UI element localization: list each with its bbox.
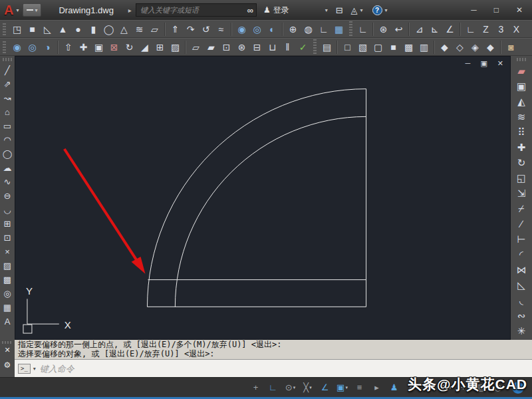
rectangle-icon[interactable]: ▭: [1, 119, 15, 133]
gradient-icon[interactable]: ▩: [1, 273, 15, 287]
command-input[interactable]: [39, 363, 529, 374]
table-icon[interactable]: ▦: [1, 301, 15, 315]
polyline-icon[interactable]: ↝: [1, 91, 15, 105]
line-icon[interactable]: ╱: [1, 63, 15, 77]
explode-icon[interactable]: ✳: [513, 323, 530, 338]
vs-2d-wireframe-icon[interactable]: □: [340, 39, 355, 55]
break-at-point-icon[interactable]: ⊢: [513, 231, 530, 247]
box-icon[interactable]: ■: [25, 21, 40, 37]
annotation-visibility-icon[interactable]: ♟: [386, 380, 402, 395]
minimize-button[interactable]: ─: [471, 5, 477, 15]
move-faces-icon[interactable]: ✚: [76, 39, 91, 55]
erase-icon[interactable]: ▰: [513, 63, 530, 78]
taper-faces-icon[interactable]: ◢: [137, 39, 152, 55]
ucs-icon[interactable]: ∟: [355, 21, 370, 37]
intersect-icon[interactable]: ◐: [265, 21, 280, 37]
polygon-icon[interactable]: ⌂: [1, 105, 15, 119]
cone-icon[interactable]: ▲: [55, 21, 70, 37]
logo-caret-icon[interactable]: ▾: [16, 7, 19, 13]
separate-icon[interactable]: ⊟: [249, 39, 265, 55]
command-customize-wrench-icon[interactable]: ⚙: [4, 360, 11, 370]
ucs-z-axis-icon[interactable]: Z: [478, 21, 493, 37]
revolve-icon[interactable]: ↺: [198, 21, 213, 37]
copy-icon[interactable]: ▣: [513, 78, 530, 94]
copy-edges-icon[interactable]: ▱: [188, 39, 203, 55]
qat-customize-button[interactable]: ▾: [23, 3, 41, 17]
interfere-intersect-icon[interactable]: ◑: [40, 39, 55, 55]
cylinder-icon[interactable]: ▮: [86, 21, 101, 37]
extend-icon[interactable]: ∕: [513, 216, 530, 231]
multiline-text-icon[interactable]: A: [1, 315, 15, 329]
ucs-previous-icon[interactable]: ↩: [391, 21, 406, 37]
union-icon[interactable]: ◉: [234, 21, 249, 37]
isometric-drafting-icon[interactable]: ╳▾: [299, 380, 316, 395]
ucs-face-icon[interactable]: ⊿: [412, 21, 427, 37]
vs-realistic-icon[interactable]: ■: [386, 39, 401, 55]
torus-icon[interactable]: ◯: [101, 21, 116, 37]
ortho-mode-icon[interactable]: ∟: [265, 380, 281, 395]
command-prompt-icon[interactable]: >_: [18, 364, 31, 374]
maximize-button[interactable]: □: [494, 5, 499, 15]
interfere-union-icon[interactable]: ◉: [9, 39, 25, 55]
color-faces-icon[interactable]: ▨: [168, 39, 183, 55]
delete-faces-icon[interactable]: ⊠: [106, 39, 122, 55]
trim-icon[interactable]: ⌿: [513, 201, 530, 216]
circle-icon[interactable]: ◯: [1, 147, 15, 161]
region-icon[interactable]: ◎: [1, 287, 15, 301]
ucs-world-icon[interactable]: ⊛: [376, 21, 391, 37]
imprint-icon[interactable]: ⊡: [219, 39, 234, 55]
command-close-icon[interactable]: ✕: [4, 346, 10, 354]
polar-tracking-icon[interactable]: ⊙▾: [282, 380, 299, 395]
material-mapping-icon[interactable]: ◈: [467, 39, 483, 55]
free-orbit-icon[interactable]: ◍: [301, 21, 316, 37]
insert-block-icon[interactable]: ⊞: [1, 217, 15, 231]
render-icon[interactable]: ◙: [503, 39, 519, 55]
viewports-icon[interactable]: ▦: [331, 21, 346, 37]
copy-faces-icon[interactable]: ⊞: [152, 39, 168, 55]
interfere-subtract-icon[interactable]: ◎: [25, 39, 40, 55]
arc-icon[interactable]: ◠: [1, 133, 15, 147]
offset-faces-icon[interactable]: ▣: [91, 39, 106, 55]
snap-mode-icon[interactable]: +: [247, 380, 264, 395]
helix-icon[interactable]: ≋: [132, 21, 147, 37]
object-snap-tracking-icon[interactable]: ∠: [317, 380, 333, 395]
search-input[interactable]: [139, 5, 247, 15]
rotate-icon[interactable]: ↻: [513, 155, 530, 170]
search-binoculars-icon[interactable]: ∞: [247, 5, 253, 15]
ellipse-arc-icon[interactable]: ◡: [1, 203, 15, 217]
wedge-icon[interactable]: ◺: [40, 21, 55, 37]
autocad-logo-icon[interactable]: A: [4, 3, 13, 17]
array-icon[interactable]: ⠿: [513, 124, 530, 140]
ucs-3point-icon[interactable]: 3: [493, 21, 509, 37]
inner-arc[interactable]: [175, 116, 366, 307]
scale-icon[interactable]: ◱: [513, 170, 530, 186]
spline-icon[interactable]: ∿: [1, 175, 15, 189]
material-attach-icon[interactable]: ◆: [483, 39, 498, 55]
polysolid-icon[interactable]: ◳: [9, 21, 25, 37]
vs-hidden-icon[interactable]: ▢: [370, 39, 386, 55]
ucs-view-icon[interactable]: ∠: [442, 21, 458, 37]
construction-line-icon[interactable]: ⇗: [1, 77, 15, 91]
constrained-orbit-icon[interactable]: ⊕: [285, 21, 301, 37]
presspull-icon[interactable]: ⇑: [168, 21, 183, 37]
vs-conceptual-icon[interactable]: ▩: [401, 39, 416, 55]
render-presets-icon[interactable]: ▤: [319, 39, 334, 55]
drawing-minimize-button[interactable]: ─: [466, 60, 471, 67]
vs-shaded-icon[interactable]: ▥: [416, 39, 432, 55]
color-edges-icon[interactable]: ▰: [203, 39, 219, 55]
rotate-faces-icon[interactable]: ↻: [122, 39, 137, 55]
command-prompt-caret-icon[interactable]: ▾: [33, 366, 36, 372]
materials-icon[interactable]: ◆: [437, 39, 452, 55]
move-icon[interactable]: ✚: [513, 140, 530, 155]
ucs-icon-display-icon[interactable]: ∟: [316, 21, 331, 37]
help-icon[interactable]: ?: [372, 5, 382, 15]
close-button[interactable]: ✕: [516, 5, 523, 15]
revision-cloud-icon[interactable]: ☁: [1, 161, 15, 175]
lineweight-icon[interactable]: ≡: [351, 380, 368, 395]
chamfer-icon[interactable]: ◺: [513, 277, 530, 293]
materials-browser-icon[interactable]: ◇: [452, 39, 467, 55]
ucs-object-icon[interactable]: ⊾: [427, 21, 442, 37]
hatch-icon[interactable]: ▨: [1, 259, 15, 273]
ucs-rotate-x-icon[interactable]: X: [509, 21, 524, 37]
autodesk360-icon[interactable]: ◬: [351, 5, 358, 15]
